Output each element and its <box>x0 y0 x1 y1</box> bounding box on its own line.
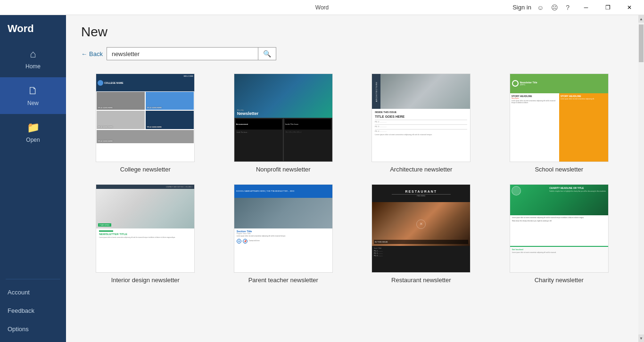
sidebar: Word ⌂ Home 🗋 New 📁 Open Account Feedbac… <box>0 15 66 342</box>
sidebar-item-account[interactable]: Account <box>0 283 66 301</box>
help-icon[interactable]: ? <box>564 3 571 12</box>
content-header: New ← Back 🔍 <box>66 15 638 70</box>
vertical-scrollbar[interactable]: ▲ ▼ <box>638 15 644 342</box>
new-icon: 🗋 <box>28 85 38 97</box>
template-grid: COLLEGE NAME WELCOME TITLE GOES HERE TIT… <box>81 73 623 284</box>
sidebar-new-label: New <box>27 100 39 106</box>
template-card-college[interactable]: COLLEGE NAME WELCOME TITLE GOES HERE TIT… <box>81 73 210 173</box>
home-icon: ⌂ <box>30 48 36 60</box>
search-input[interactable] <box>107 48 258 60</box>
smile-icon[interactable]: ☺ <box>535 3 545 12</box>
back-button[interactable]: ← Back <box>81 50 103 57</box>
template-card-school[interactable]: Newsletter Title [DATE] STORY HEADLINE S… <box>495 73 624 173</box>
back-label: Back <box>89 50 103 57</box>
sidebar-item-feedback[interactable]: Feedback <box>0 301 66 320</box>
template-card-architecture[interactable]: ARCHITECTURE INSIDE THIS ISSUE TITLE GOE… <box>357 73 486 173</box>
open-icon: 📁 <box>27 122 40 134</box>
frown-icon[interactable]: ☹ <box>549 3 560 12</box>
sidebar-nav: ⌂ Home 🗋 New 📁 Open <box>0 41 66 275</box>
title-bar: Word Sign in ☺ ☹ ? ─ ❐ ✕ <box>0 0 644 15</box>
sidebar-item-open[interactable]: 📁 Open <box>0 114 66 151</box>
back-arrow-icon: ← <box>81 50 87 57</box>
template-thumb-charity: CHARITY HEADLINE OR TITLE Subtitle or ta… <box>510 184 609 273</box>
scroll-thumb[interactable] <box>639 24 644 62</box>
close-button[interactable]: ✕ <box>619 0 640 15</box>
titlebar-right: Sign in ☺ ☹ ? ─ ❐ ✕ <box>512 0 640 15</box>
template-thumb-parentteacher: SCHOOL NAME APPEARS HERE | THE PTA NEWSL… <box>234 184 333 273</box>
sidebar-item-new[interactable]: 🗋 New <box>0 77 66 114</box>
template-name-restaurant: Restaurant newsletter <box>391 277 451 284</box>
template-thumb-college: COLLEGE NAME WELCOME TITLE GOES HERE TIT… <box>96 73 195 162</box>
search-button[interactable]: 🔍 <box>258 48 276 60</box>
sidebar-open-label: Open <box>26 137 40 143</box>
restore-button[interactable]: ❐ <box>597 0 619 15</box>
template-thumb-restaurant: RESTAURANT FINE DINING ✕ <box>372 184 471 273</box>
signin-link[interactable]: Sign in <box>512 4 531 11</box>
template-card-charity[interactable]: CHARITY HEADLINE OR TITLE Subtitle or ta… <box>495 184 624 284</box>
template-thumb-architecture: ARCHITECTURE INSIDE THIS ISSUE TITLE GOE… <box>372 73 471 162</box>
template-name-school: School newsletter <box>535 166 583 173</box>
template-name-architecture: Architecture newsletter <box>390 166 452 173</box>
scroll-up-arrow[interactable]: ▲ <box>638 15 644 23</box>
sidebar-item-options[interactable]: Options <box>0 320 66 338</box>
page-title: New <box>81 24 623 40</box>
template-thumb-school: Newsletter Title [DATE] STORY HEADLINE S… <box>510 73 609 162</box>
sidebar-divider <box>6 279 60 279</box>
template-name-parentteacher: Parent teacher newsletter <box>248 277 318 284</box>
app-body: Word ⌂ Home 🗋 New 📁 Open Account Feedbac… <box>0 15 644 342</box>
search-input-wrapper: 🔍 <box>107 47 276 60</box>
template-name-interior: Interior design newsletter <box>111 277 180 284</box>
template-thumb-nonprofit: Monthly Newsletter Announcement Inside T… <box>234 73 333 162</box>
template-grid-wrapper[interactable]: COLLEGE NAME WELCOME TITLE GOES HERE TIT… <box>66 70 638 342</box>
template-card-nonprofit[interactable]: Monthly Newsletter Announcement Inside T… <box>219 73 348 173</box>
template-thumb-interior: COMPANY DATE EDITION X, VOLUME X FEATURE… <box>96 184 195 273</box>
template-name-nonprofit: Nonprofit newsletter <box>256 166 311 173</box>
search-bar: ← Back 🔍 <box>81 47 623 60</box>
app-name-titlebar: Word <box>315 4 329 11</box>
sidebar-home-label: Home <box>25 63 41 70</box>
window-controls: ─ ❐ ✕ <box>575 0 640 15</box>
template-card-parentteacher[interactable]: SCHOOL NAME APPEARS HERE | THE PTA NEWSL… <box>219 184 348 284</box>
scroll-down-arrow[interactable]: ▼ <box>638 334 644 342</box>
template-card-interior[interactable]: COMPANY DATE EDITION X, VOLUME X FEATURE… <box>81 184 210 284</box>
template-name-charity: Charity newsletter <box>535 277 584 284</box>
template-card-restaurant[interactable]: RESTAURANT FINE DINING ✕ <box>357 184 486 284</box>
template-name-college: College newsletter <box>120 166 171 173</box>
content-area: New ← Back 🔍 <box>66 15 638 342</box>
sidebar-bottom: Account Feedback Options <box>0 283 66 338</box>
minimize-button[interactable]: ─ <box>575 0 597 15</box>
sidebar-item-home[interactable]: ⌂ Home <box>0 41 66 77</box>
sidebar-app-title: Word <box>0 15 66 41</box>
